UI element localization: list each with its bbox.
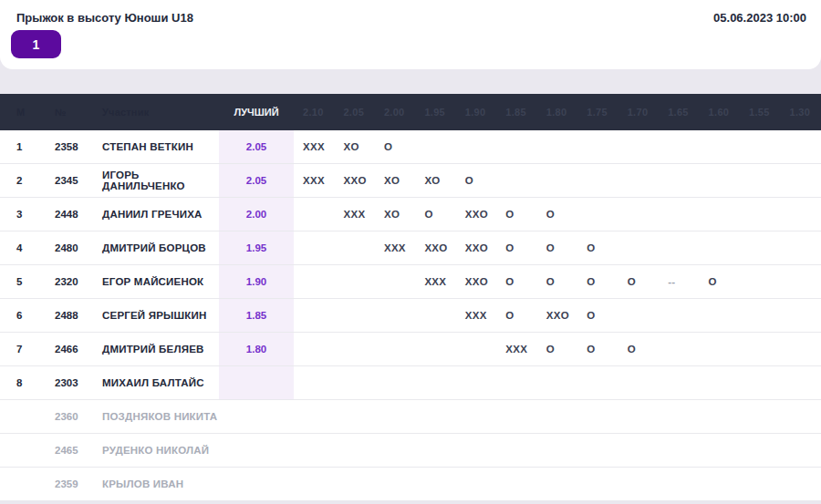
attempt-cell-2.10: XXX [294,175,334,186]
best-result-cell [219,468,294,500]
rank-cell: 3 [0,209,55,220]
best-result-cell: 2.05 [219,130,294,163]
name-cell: СЕРГЕЙ ЯРЫШКИН [102,310,219,321]
bib-cell: 2303 [55,377,102,388]
attempt-cell-1.90: XXX [456,310,496,321]
attempt-cell-1.70: O [618,276,659,287]
rank-cell: 6 [0,310,55,321]
attempt-cell-1.75: O [577,276,618,287]
rank-cell: 2 [0,175,55,186]
unranked-row[interactable]: 2359КРЫЛОВ ИВАН [0,468,821,501]
result-row[interactable]: 52320ЕГОР МАЙСИЕНОК1.90XXXXXOOOOO--O [0,265,821,299]
best-result-cell: 1.90 [219,265,294,298]
column-header-height-2.10: 2.10 [294,107,334,118]
name-cell: СТЕПАН ВЕТКИН [102,141,219,152]
unranked-row[interactable]: 2465РУДЕНКО НИКОЛАЙ [0,434,821,468]
attempt-cell-1.75: O [577,242,618,253]
column-header-height-2.05: 2.05 [334,107,374,118]
bib-cell: 2359 [55,478,102,489]
bib-cell: 2488 [55,310,102,321]
bib-cell: 2345 [55,175,102,186]
result-row[interactable]: 42480ДМИТРИЙ БОРЦОВ1.95XXXXXOXXOOOO [0,231,821,265]
attempt-cell-1.90: O [456,175,496,186]
result-row[interactable]: 62488СЕРГЕЙ ЯРЫШКИН1.85XXXOXXOO [0,299,821,333]
results-table: М № Участник ЛУЧШИЙ 2.102.052.001.951.90… [0,94,821,501]
attempt-cell-1.90: XXO [456,242,496,253]
best-result-cell [219,366,294,399]
attempt-cell-2.00: XO [375,175,415,186]
table-header-row: М № Участник ЛУЧШИЙ 2.102.052.001.951.90… [0,94,821,130]
column-header-height-1.90: 1.90 [456,107,496,118]
name-cell: МИХАИЛ БАЛТАЙС [102,377,219,388]
attempt-cell-1.90: XXO [456,209,496,220]
attempt-cell-1.80: O [537,276,577,287]
best-result-cell [219,400,294,433]
bib-cell: 2466 [55,344,102,355]
rank-cell: 7 [0,344,55,355]
attempt-cell-2.00: XO [375,209,415,220]
column-header-height-1.55: 1.55 [740,107,780,118]
column-header-height-1.80: 1.80 [537,107,577,118]
column-header-best: ЛУЧШИЙ [219,94,294,130]
attempt-cell-1.95: XXX [415,276,455,287]
attempt-cell-1.95: XXO [415,242,455,253]
attempt-cell-2.10: XXX [294,141,334,152]
rank-cell: 8 [0,377,55,388]
attempt-cell-1.85: O [496,276,536,287]
attempt-cell-2.00: XXX [375,242,415,253]
column-header-participant: Участник [102,107,219,118]
attempt-cell-1.75: O [577,344,618,355]
attempt-cell-1.85: O [496,209,536,220]
result-row[interactable]: 32448ДАНИИЛ ГРЕЧИХА2.00XXXXOOXXOOO [0,198,821,231]
name-cell: ЕГОР МАЙСИЕНОК [102,276,219,287]
attempt-cell-2.05: XXX [334,209,374,220]
attempt-cell-2.05: XO [334,141,374,152]
rank-cell: 5 [0,276,55,287]
bib-cell: 2480 [55,242,102,253]
best-result-cell: 1.80 [219,333,294,365]
unranked-row[interactable]: 2360ПОЗДНЯКОВ НИКИТА [0,400,821,434]
result-row[interactable]: 72466ДМИТРИЙ БЕЛЯЕВ1.80XXXOOO [0,333,821,366]
column-header-rank: М [0,107,55,118]
attempt-number-button[interactable]: 1 [11,30,61,58]
event-title: Прыжок в высоту Юноши U18 [16,11,193,25]
column-header-height-1.70: 1.70 [618,107,659,118]
attempt-cell-1.95: XO [415,175,455,186]
name-cell: ИГОРЬ ДАНИЛЬЧЕНКО [102,170,219,191]
attempt-cell-2.00: O [375,141,415,152]
column-header-height-1.95: 1.95 [415,107,455,118]
rank-cell: 4 [0,242,55,253]
best-result-cell: 2.05 [219,164,294,197]
attempt-cell-1.80: XXO [537,310,577,321]
name-cell: ПОЗДНЯКОВ НИКИТА [102,411,219,422]
result-row[interactable]: 22345ИГОРЬ ДАНИЛЬЧЕНКО2.05XXXXXOXOXOO [0,164,821,198]
best-result-cell: 2.00 [219,198,294,231]
attempt-cell-1.85: O [496,242,536,253]
attempt-cell-1.75: O [577,310,618,321]
event-header-card: Прыжок в высоту Юноши U18 05.06.2023 10:… [0,0,821,69]
name-cell: ДМИТРИЙ БЕЛЯЕВ [102,344,219,355]
best-result-cell [219,434,294,467]
name-cell: РУДЕНКО НИКОЛАЙ [102,445,219,456]
attempt-cell-1.80: O [537,344,577,355]
attempt-cell-1.80: O [537,242,577,253]
column-header-bib: № [55,107,102,118]
result-row[interactable]: 12358СТЕПАН ВЕТКИН2.05XXXXOO [0,130,821,164]
attempt-cell-1.95: O [415,209,455,220]
column-header-height-1.60: 1.60 [700,107,740,118]
name-cell: КРЫЛОВ ИВАН [102,478,219,489]
attempt-cell-1.65: -- [659,276,699,287]
column-header-height-1.65: 1.65 [659,107,699,118]
column-header-height-1.75: 1.75 [577,107,618,118]
table-body: 12358СТЕПАН ВЕТКИН2.05XXXXOO22345ИГОРЬ Д… [0,130,821,501]
attempt-cell-1.80: O [537,209,577,220]
attempt-cell-1.90: XXO [456,276,496,287]
bib-cell: 2320 [55,276,102,287]
result-row[interactable]: 82303МИХАИЛ БАЛТАЙС [0,366,821,400]
event-datetime: 05.06.2023 10:00 [713,11,806,25]
bib-cell: 2358 [55,141,102,152]
attempt-cell-1.85: XXX [496,344,536,355]
bib-cell: 2448 [55,209,102,220]
column-header-height-1.85: 1.85 [496,107,536,118]
column-header-height-1.30: 1.30 [781,107,821,118]
